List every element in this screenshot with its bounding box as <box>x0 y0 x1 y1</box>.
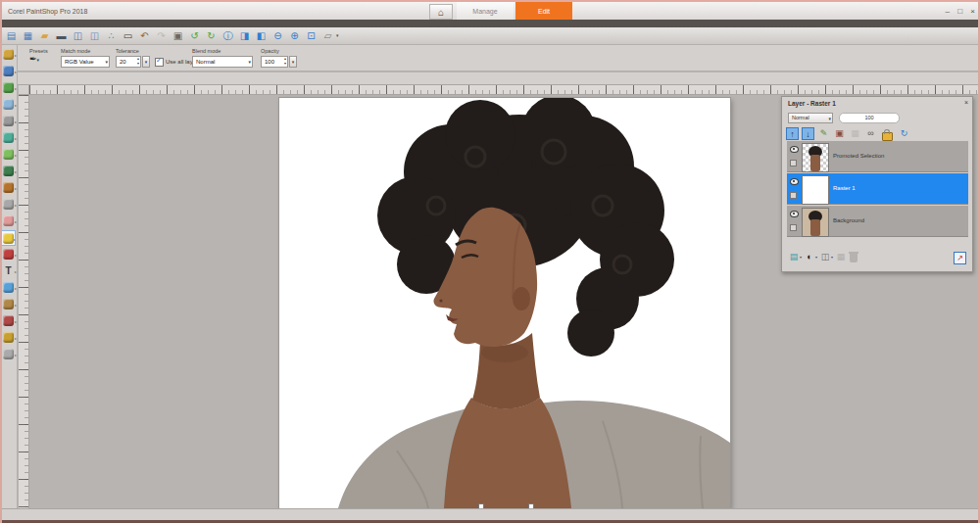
print-icon[interactable]: ▭ <box>121 28 135 43</box>
workspace-tab-edit[interactable]: Edit <box>515 2 572 22</box>
flyout-arrow-icon[interactable]: ▸ <box>15 70 17 74</box>
flyout-arrow-icon[interactable]: ▸ <box>15 86 17 91</box>
layer-blend-mode-select[interactable]: Normal ▾ <box>788 113 833 123</box>
visibility-eye-icon[interactable] <box>790 146 799 153</box>
chevron-down-icon[interactable]: ▾ <box>336 28 339 43</box>
pick-dropdown-icon[interactable]: ▱ <box>320 28 335 43</box>
share-icon[interactable]: ∴ <box>104 28 119 43</box>
visibility-eye-icon[interactable] <box>790 211 799 217</box>
layer-row-raster-1[interactable]: Raster 1 <box>787 173 968 205</box>
dropper-tool[interactable]: ▸ <box>1 97 16 113</box>
flyout-arrow-icon[interactable]: ▸ <box>15 53 17 58</box>
visibility-eye-icon[interactable] <box>790 178 799 185</box>
pen-tool[interactable]: ▸ <box>1 330 16 346</box>
flyout-arrow-icon[interactable]: ▸ <box>15 186 17 191</box>
picture-tube-tool[interactable]: ▸ <box>1 247 16 262</box>
paint-brush-tool[interactable]: ▸ <box>1 180 16 196</box>
flyout-arrow-icon[interactable]: ▸ <box>15 319 17 324</box>
opacity-slider-button[interactable]: ▾ <box>289 56 297 68</box>
tolerance-slider-button[interactable]: ▾ <box>142 56 150 68</box>
chevron-down-icon[interactable]: ▾ <box>800 251 802 263</box>
new-mask-layer-icon[interactable]: ◫ <box>819 251 831 263</box>
lighten-darken-tool[interactable]: ▸ <box>1 197 16 213</box>
layer-row-background[interactable]: Background <box>787 206 968 237</box>
palette-toggle-icon[interactable]: ◨ <box>237 28 252 43</box>
airbrush-tool[interactable]: ▸ <box>1 297 16 312</box>
eraser-tool[interactable]: ▸ <box>1 214 16 229</box>
layer-up-icon[interactable]: ↑ <box>786 127 799 140</box>
save-as-icon[interactable]: ◫ <box>87 28 102 43</box>
clone-brush-tool[interactable]: ▸ <box>1 147 16 163</box>
maximize-button[interactable]: □ <box>957 7 962 16</box>
flyout-arrow-icon[interactable]: ▸ <box>15 303 17 308</box>
workspace-tab-manage[interactable]: Manage <box>457 2 514 22</box>
save-icon[interactable]: ◫ <box>71 28 85 43</box>
pick-tool[interactable]: ▸ <box>1 64 16 79</box>
scratch-remover-tool[interactable]: ▸ <box>1 164 16 179</box>
flyout-arrow-icon[interactable]: ▸ <box>15 219 17 224</box>
document-canvas[interactable] <box>279 98 730 508</box>
new-raster-layer-icon[interactable]: ▤ <box>788 251 800 263</box>
match-mode-select[interactable]: RGB Value ▾ <box>61 56 110 68</box>
layer-opacity-slider[interactable]: 100 <box>839 113 900 123</box>
oil-brush-tool[interactable]: ▸ <box>1 313 16 329</box>
flyout-arrow-icon[interactable]: ▸ <box>15 119 17 124</box>
screen-capture-icon[interactable]: ▣ <box>171 28 185 43</box>
selection-tool[interactable]: ▸ <box>1 80 16 96</box>
blend-mode-select[interactable]: Normal ▾ <box>192 56 253 68</box>
close-button[interactable]: × <box>970 7 975 16</box>
delete-layer-icon[interactable] <box>850 254 858 262</box>
use-all-layers-checkbox[interactable]: ✓ <box>155 58 164 67</box>
opacity-input[interactable]: 100 ▴▾ <box>261 56 288 68</box>
makeover-tool[interactable]: ▸ <box>1 130 16 146</box>
flyout-arrow-icon[interactable]: ▸ <box>14 237 16 242</box>
tolerance-input[interactable]: 20 ▴▾ <box>116 56 141 68</box>
flyout-arrow-icon[interactable]: ▸ <box>15 136 17 141</box>
info-icon[interactable]: ⓘ <box>220 28 235 43</box>
flyout-arrow-icon[interactable]: ▸ <box>15 286 17 291</box>
flyout-arrow-icon[interactable]: ▸ <box>15 269 17 274</box>
link-layers-icon[interactable]: ∞ <box>864 127 877 140</box>
preset-shape-tool[interactable]: ▸ <box>1 280 16 296</box>
flyout-arrow-icon[interactable]: ▸ <box>15 336 17 341</box>
flyout-arrow-icon[interactable]: ▸ <box>15 103 17 108</box>
new-adjustment-layer-icon[interactable]: ◐ <box>804 251 815 263</box>
home-button[interactable]: ⌂ <box>429 4 453 20</box>
pan-tool[interactable]: ▸ <box>1 47 16 63</box>
lock-transparency-icon[interactable] <box>882 132 893 141</box>
close-icon[interactable]: × <box>964 99 968 106</box>
chevron-down-icon[interactable]: ▾ <box>815 251 817 263</box>
layer-row-promoted-selection[interactable]: Promoted Selection <box>787 141 968 172</box>
new-layer-group-icon[interactable]: ▦ <box>835 251 847 263</box>
highlight-layer-icon[interactable]: ↻ <box>898 127 910 140</box>
undo-icon[interactable]: ↶ <box>137 28 152 43</box>
flyout-arrow-icon[interactable]: ▸ <box>15 253 17 258</box>
browse-icon[interactable]: ▦ <box>21 28 35 43</box>
flyout-arrow-icon[interactable]: ▸ <box>15 203 17 208</box>
new-layer-icon[interactable]: ✎ <box>817 127 830 140</box>
zoom-in-icon[interactable]: ⊕ <box>287 28 302 43</box>
flyout-arrow-icon[interactable]: ▸ <box>15 153 17 158</box>
red-eye-tool[interactable]: ▸ <box>1 114 16 129</box>
spinner-arrows-icon[interactable]: ▴▾ <box>137 57 139 66</box>
layer-down-icon[interactable]: ↓ <box>802 127 814 140</box>
edit-selection-icon[interactable]: ↗ <box>954 252 966 264</box>
undo-history-icon[interactable]: ↺ <box>187 28 202 43</box>
spinner-arrows-icon[interactable]: ▴▾ <box>284 57 286 66</box>
redo-history-icon[interactable]: ↻ <box>204 28 219 43</box>
minimize-button[interactable]: – <box>946 7 950 16</box>
chevron-down-icon[interactable]: ▾ <box>831 251 833 263</box>
text-tool[interactable]: T▸ <box>1 263 16 279</box>
presets-flyout-button[interactable]: ✒▾ <box>29 54 51 69</box>
flyout-arrow-icon[interactable]: ▸ <box>15 169 17 174</box>
duplicate-layer-icon[interactable]: ▣ <box>833 127 846 140</box>
open-icon[interactable]: ▰ <box>37 28 52 43</box>
palette-toggle2-icon[interactable]: ◧ <box>254 28 269 43</box>
flyout-arrow-icon[interactable]: ▸ <box>15 353 17 357</box>
twain-acquire-icon[interactable]: ▬ <box>54 28 69 43</box>
new-image-icon[interactable]: ▤ <box>4 28 19 43</box>
fit-window-icon[interactable]: ⊡ <box>304 28 318 43</box>
warp-brush-tool[interactable]: ▸ <box>1 347 16 362</box>
flood-fill-tool[interactable]: ▸ <box>1 230 16 246</box>
zoom-out-icon[interactable]: ⊖ <box>270 28 285 43</box>
